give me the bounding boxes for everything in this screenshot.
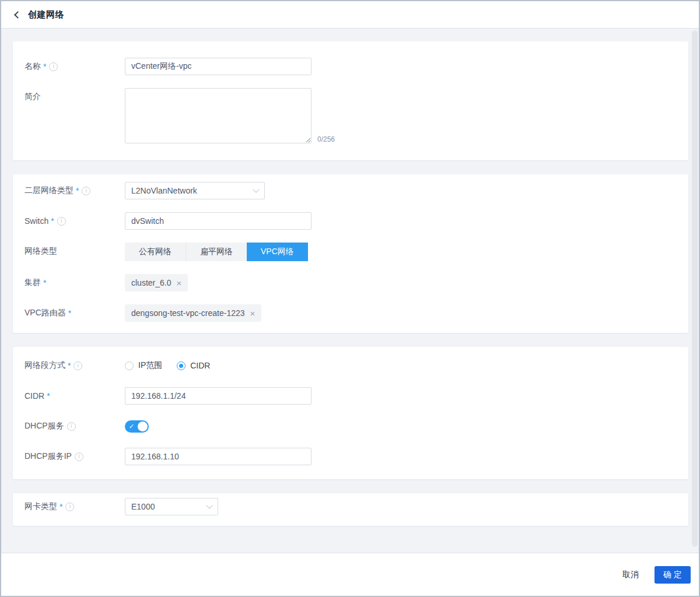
cidr-label: CIDR * <box>24 387 125 405</box>
chevron-down-icon <box>206 502 212 508</box>
info-icon[interactable]: i <box>82 187 90 195</box>
dhcp-label: DHCP服务 i <box>24 417 125 435</box>
required-mark: * <box>76 186 79 195</box>
vpc-router-tag[interactable]: dengsong-test-vpc-create-1223 × <box>125 304 261 322</box>
field-row-vpc-router: VPC路由器 * dengsong-test-vpc-create-1223 × <box>24 304 677 322</box>
vpc-router-label-text: VPC路由器 <box>24 308 66 318</box>
cancel-button[interactable]: 取消 <box>622 570 639 580</box>
info-icon[interactable]: i <box>65 503 74 511</box>
switch-input[interactable] <box>125 212 312 230</box>
info-icon[interactable]: i <box>74 361 82 370</box>
field-row-name: 名称 * i <box>24 58 677 75</box>
switch-label-text: Switch <box>24 216 48 226</box>
info-icon[interactable]: i <box>75 452 83 461</box>
info-icon[interactable]: i <box>57 217 66 226</box>
radio-unchecked-icon <box>125 361 134 370</box>
toggle-knob <box>138 422 148 431</box>
field-row-segment-mode: 网络段方式 * i IP范围 CIDR <box>24 357 677 374</box>
description-label-text: 简介 <box>24 92 41 102</box>
required-mark: * <box>47 391 50 401</box>
l2-type-value: L2NoVlanNetwork <box>131 186 197 195</box>
field-row-dhcp: DHCP服务 i ✓ <box>24 417 677 435</box>
field-row-l2-type: 二层网络类型 * i L2NoVlanNetwork <box>24 182 677 199</box>
required-mark: * <box>43 62 46 71</box>
form-scroll-area: 名称 * i 简介 0/256 二层网络类型 <box>1 29 699 553</box>
radio-ip-range[interactable]: IP范围 <box>125 360 162 371</box>
close-icon[interactable]: × <box>176 279 181 287</box>
field-row-cluster: 集群 * cluster_6.0 × <box>24 274 677 292</box>
tab-public-network[interactable]: 公有网络 <box>125 243 186 261</box>
network-type-tabs: 公有网络 扁平网络 VPC网络 <box>125 243 308 261</box>
confirm-button[interactable]: 确定 <box>654 566 691 584</box>
l2-type-label-text: 二层网络类型 <box>24 185 74 196</box>
vpc-router-label: VPC路由器 * <box>24 304 125 322</box>
l2-type-select[interactable]: L2NoVlanNetwork <box>125 182 265 199</box>
info-icon[interactable]: i <box>67 422 76 431</box>
dhcp-ip-label-text: DHCP服务IP <box>24 451 72 462</box>
page-title: 创建网络 <box>28 9 64 20</box>
nic-type-label: 网卡类型 * i <box>24 498 125 515</box>
vpc-router-tag-text: dengsong-test-vpc-create-1223 <box>131 308 245 318</box>
switch-label: Switch * i <box>24 212 125 230</box>
field-row-dhcp-ip: DHCP服务IP i <box>24 448 677 465</box>
dhcp-label-text: DHCP服务 <box>24 421 64 431</box>
name-label-text: 名称 <box>24 61 41 72</box>
description-label: 简介 <box>24 88 125 106</box>
cluster-tag[interactable]: cluster_6.0 × <box>125 274 188 292</box>
cidr-label-text: CIDR <box>24 391 44 401</box>
cluster-tag-text: cluster_6.0 <box>131 278 171 287</box>
chevron-down-icon <box>253 186 259 192</box>
required-mark: * <box>51 216 54 226</box>
required-mark: * <box>60 502 62 511</box>
nic-type-label-text: 网卡类型 <box>24 501 57 512</box>
footer-actions: 取消 确定 <box>1 553 699 596</box>
required-mark: * <box>68 361 71 370</box>
char-counter: 0/256 <box>317 135 335 143</box>
field-row-cidr: CIDR * <box>24 387 677 405</box>
network-type-label: 网络类型 <box>24 243 125 260</box>
required-mark: * <box>68 308 71 318</box>
card-network-config: 二层网络类型 * i L2NoVlanNetwork Switch * i <box>13 174 688 333</box>
dhcp-ip-input[interactable] <box>125 448 312 465</box>
dhcp-toggle[interactable]: ✓ <box>125 420 149 433</box>
page-header: 创建网络 <box>1 1 699 29</box>
radio-cidr[interactable]: CIDR <box>177 361 210 370</box>
field-row-nic-type: 网卡类型 * i E1000 <box>24 498 677 515</box>
card-basic-info: 名称 * i 简介 0/256 <box>13 41 688 160</box>
radio-cidr-label: CIDR <box>190 361 210 370</box>
tab-flat-network[interactable]: 扁平网络 <box>186 243 247 261</box>
cluster-label-text: 集群 <box>24 278 41 288</box>
close-icon[interactable]: × <box>250 309 256 318</box>
dhcp-ip-label: DHCP服务IP i <box>24 448 125 465</box>
nic-type-select[interactable]: E1000 <box>125 498 218 515</box>
segment-mode-label-text: 网络段方式 <box>24 360 65 371</box>
field-row-description: 简介 0/256 <box>24 88 677 146</box>
card-nic-type: 网卡类型 * i E1000 <box>13 493 688 526</box>
info-icon[interactable]: i <box>49 62 58 71</box>
network-type-label-text: 网络类型 <box>24 246 57 257</box>
name-input[interactable] <box>125 58 312 75</box>
check-icon: ✓ <box>129 423 134 430</box>
card-segment-config: 网络段方式 * i IP范围 CIDR CIDR <box>13 347 688 479</box>
tab-vpc-network[interactable]: VPC网络 <box>247 243 308 261</box>
segment-mode-label: 网络段方式 * i <box>24 357 125 374</box>
segment-mode-radios: IP范围 CIDR <box>125 357 210 374</box>
description-area-wrap: 0/256 <box>125 88 312 146</box>
radio-ip-range-label: IP范围 <box>138 360 162 371</box>
back-button[interactable] <box>15 12 20 17</box>
radio-checked-icon <box>177 361 186 370</box>
create-network-page: 创建网络 名称 * i 简介 0/256 <box>0 0 700 597</box>
l2-type-label: 二层网络类型 * i <box>24 182 125 199</box>
field-row-network-type: 网络类型 公有网络 扁平网络 VPC网络 <box>24 243 677 261</box>
field-row-switch: Switch * i <box>24 212 677 230</box>
cidr-input[interactable] <box>125 387 312 405</box>
required-mark: * <box>43 278 46 287</box>
name-label: 名称 * i <box>24 58 125 75</box>
scrollbar-thumb[interactable] <box>692 30 698 547</box>
nic-type-value: E1000 <box>131 502 155 511</box>
chevron-left-icon <box>14 11 22 19</box>
description-textarea[interactable] <box>125 88 312 143</box>
dhcp-toggle-wrap: ✓ <box>125 417 149 435</box>
cluster-label: 集群 * <box>24 274 125 292</box>
